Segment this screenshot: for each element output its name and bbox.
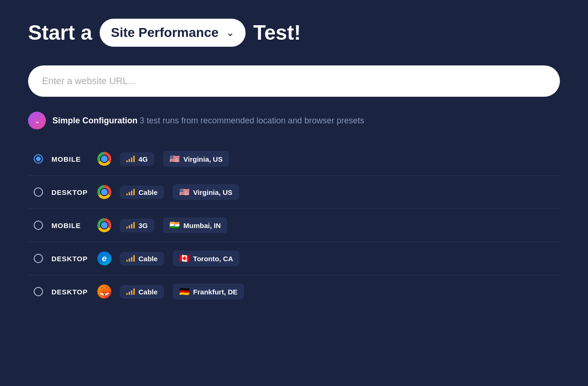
test-type-dropdown[interactable]: Site Performance ⌄ <box>100 19 246 47</box>
connection-label: Cable <box>138 255 158 263</box>
flag-icon: 🇺🇸 <box>179 187 189 197</box>
dropdown-label: Site Performance <box>111 25 218 40</box>
flag-icon: 🇨🇦 <box>179 253 189 264</box>
chevron-down-icon: ⌄ <box>34 116 40 125</box>
chevron-down-icon: ⌄ <box>226 27 234 39</box>
page-header: Start a Site Performance ⌄ Test! <box>28 19 560 47</box>
test-row: MOBILE4G🇺🇸Virginia, US <box>28 143 560 176</box>
flag-icon: 🇩🇪 <box>179 286 189 297</box>
connection-badge: Cable <box>120 285 164 299</box>
device-label: MOBILE <box>51 222 89 229</box>
chrome-browser-icon <box>97 185 111 199</box>
header-prefix: Start a <box>28 21 92 44</box>
edge-browser-icon <box>97 251 111 265</box>
radio-button[interactable] <box>34 187 43 197</box>
device-label: DESKTOP <box>51 288 89 296</box>
test-row: DESKTOPCable🇨🇦Toronto, CA <box>28 242 560 275</box>
test-row: MOBILE3G🇮🇳Mumbai, IN <box>28 209 560 242</box>
connection-label: Cable <box>138 188 158 196</box>
connection-label: 3G <box>138 222 148 229</box>
chrome-browser-icon <box>97 218 111 232</box>
location-badge: 🇺🇸Virginia, US <box>163 151 229 167</box>
location-badge: 🇺🇸Virginia, US <box>173 184 239 200</box>
location-badge: 🇮🇳Mumbai, IN <box>163 217 227 233</box>
config-title-sub: 3 test runs from recommended location an… <box>139 116 364 125</box>
signal-bars-icon <box>126 156 135 162</box>
radio-button[interactable] <box>34 221 43 230</box>
device-label: DESKTOP <box>51 255 89 263</box>
location-label: Mumbai, IN <box>183 222 221 229</box>
test-rows-list: MOBILE4G🇺🇸Virginia, USDESKTOPCable🇺🇸Virg… <box>28 143 560 308</box>
connection-badge: Cable <box>120 186 164 199</box>
signal-bars-icon <box>126 222 135 229</box>
config-toggle-button[interactable]: ⌄ <box>28 112 46 129</box>
location-label: Frankfurt, DE <box>193 288 238 296</box>
firefox-browser-icon <box>97 285 111 299</box>
location-label: Toronto, CA <box>193 255 233 263</box>
flag-icon: 🇮🇳 <box>169 220 180 230</box>
connection-label: Cable <box>138 288 158 296</box>
radio-button[interactable] <box>34 254 43 263</box>
location-badge: 🇩🇪Frankfurt, DE <box>173 284 244 300</box>
config-title-bold: Simple Configuration <box>52 116 138 125</box>
location-label: Virginia, US <box>193 188 232 196</box>
url-input[interactable] <box>28 65 560 97</box>
connection-badge: Cable <box>120 252 164 265</box>
signal-bars-icon <box>126 255 135 262</box>
device-label: DESKTOP <box>51 188 89 196</box>
url-input-container <box>28 65 560 97</box>
signal-bars-icon <box>126 288 135 295</box>
connection-badge: 3G <box>120 219 154 232</box>
test-row: DESKTOPCable🇺🇸Virginia, US <box>28 176 560 209</box>
location-badge: 🇨🇦Toronto, CA <box>173 250 240 266</box>
test-row: DESKTOPCable🇩🇪Frankfurt, DE <box>28 275 560 308</box>
flag-icon: 🇺🇸 <box>169 154 180 164</box>
chrome-browser-icon <box>97 152 111 166</box>
radio-button[interactable] <box>34 154 43 164</box>
device-label: MOBILE <box>51 155 89 163</box>
signal-bars-icon <box>126 189 135 195</box>
location-label: Virginia, US <box>183 155 223 163</box>
connection-badge: 4G <box>120 152 154 166</box>
config-header: ⌄ Simple Configuration 3 test runs from … <box>28 112 560 129</box>
config-section: ⌄ Simple Configuration 3 test runs from … <box>28 112 560 308</box>
connection-label: 4G <box>138 155 148 163</box>
radio-button[interactable] <box>34 287 43 296</box>
header-suffix: Test! <box>253 21 301 44</box>
